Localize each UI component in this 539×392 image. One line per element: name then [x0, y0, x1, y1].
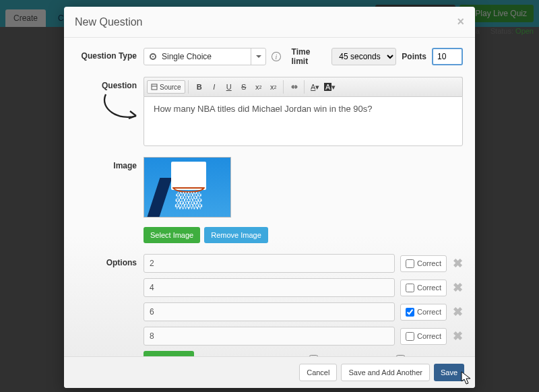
label-options: Options [76, 254, 137, 356]
correct-checkbox[interactable] [406, 332, 414, 341]
row-image: Image Select Image Remove Image [76, 157, 463, 243]
option-row: Correct ✖ [144, 327, 463, 346]
modal-body: Question Type Single Choice i Time limit… [64, 38, 475, 356]
remove-option-icon[interactable]: ✖ [452, 304, 463, 319]
remove-option-icon[interactable]: ✖ [452, 256, 463, 271]
question-type-value: Single Choice [162, 52, 212, 61]
label-question-type: Question Type [76, 47, 137, 66]
modal-footer: Cancel Save and Add Another Save [64, 356, 475, 388]
bg-color-button[interactable]: A▾ [323, 80, 337, 94]
image-preview[interactable] [144, 157, 231, 218]
remove-option-icon[interactable]: ✖ [452, 280, 463, 295]
chevron-down-icon [251, 48, 265, 65]
row-question: Question Source B I U [76, 77, 463, 146]
new-question-modal: New Question × Question Type Single Choi… [64, 7, 475, 388]
source-button[interactable]: Source [147, 80, 185, 94]
option-row: Correct ✖ [144, 278, 463, 297]
svg-rect-0 [152, 84, 157, 90]
question-text-input[interactable]: How many NBA titles did Michael Jordan w… [144, 96, 463, 146]
link-icon [290, 84, 298, 90]
option-correct-toggle[interactable]: Correct [400, 255, 447, 272]
points-input[interactable] [432, 48, 463, 65]
bold-button[interactable]: B [193, 80, 206, 94]
cancel-button[interactable]: Cancel [299, 364, 337, 381]
link-button[interactable] [288, 80, 301, 94]
strike-button[interactable]: S [237, 80, 251, 94]
subscript-button[interactable]: x2 [252, 80, 265, 94]
modal-header: New Question × [64, 7, 475, 38]
source-label: Source [160, 84, 181, 91]
row-options: Options Correct ✖ Correct ✖ [76, 254, 463, 356]
single-choice-icon [150, 53, 156, 60]
remove-option-icon[interactable]: ✖ [452, 329, 463, 344]
close-icon[interactable]: × [457, 15, 464, 29]
remove-image-button[interactable]: Remove Image [204, 227, 268, 243]
option-row: Correct ✖ [144, 302, 463, 321]
select-image-button[interactable]: Select Image [144, 227, 200, 243]
add-option-button[interactable]: Add Option [144, 351, 194, 356]
option-input[interactable] [144, 327, 395, 346]
source-icon [151, 84, 158, 90]
option-correct-toggle[interactable]: Correct [400, 304, 447, 321]
underline-button[interactable]: U [222, 80, 236, 94]
italic-button[interactable]: I [208, 80, 221, 94]
superscript-button[interactable]: x2 [267, 80, 280, 94]
option-input[interactable] [144, 278, 395, 297]
correct-checkbox[interactable] [406, 308, 414, 317]
option-row: Correct ✖ [144, 254, 463, 273]
modal-title: New Question [75, 16, 143, 28]
editor-toolbar: Source B I U S x2 x2 [144, 77, 463, 96]
label-points: Points [402, 52, 426, 61]
info-icon[interactable]: i [272, 52, 280, 61]
label-image: Image [76, 157, 137, 243]
text-color-button[interactable]: A▾ [309, 80, 322, 94]
arrow-doodle-icon [99, 89, 146, 129]
save-and-add-another-button[interactable]: Save and Add Another [341, 364, 429, 381]
option-correct-toggle[interactable]: Correct [400, 280, 447, 296]
correct-checkbox[interactable] [406, 284, 414, 292]
time-limit-select[interactable]: 45 seconds [331, 48, 396, 65]
row-type-time-points: Question Type Single Choice i Time limit… [76, 47, 463, 66]
label-time-limit: Time limit [292, 47, 327, 66]
question-type-select[interactable]: Single Choice [144, 48, 266, 65]
option-correct-toggle[interactable]: Correct [400, 328, 447, 345]
correct-checkbox[interactable] [406, 259, 414, 268]
option-input[interactable] [144, 302, 395, 321]
option-input[interactable] [144, 254, 395, 273]
save-button[interactable]: Save [434, 364, 464, 381]
